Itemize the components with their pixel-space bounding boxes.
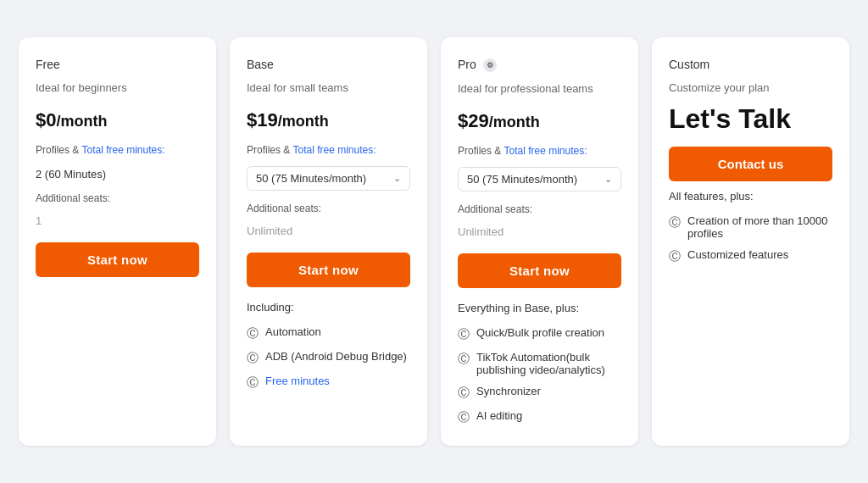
plan-name-custom: Custom — [669, 58, 832, 71]
plan-card-base: Base Ideal for small teams $19/month Pro… — [230, 37, 427, 446]
feature-text: Customized features — [687, 248, 788, 261]
plan-card-custom: Custom Customize your plan Let's Talk Co… — [652, 37, 849, 446]
feature-text: Quick/Bulk profile creation — [476, 326, 604, 339]
plan-card-free: Free Ideal for beginners $0/month Profil… — [19, 37, 216, 446]
pro-badge-icon: ⚙ — [483, 58, 497, 72]
check-circle-icon: Ⓒ — [247, 351, 259, 366]
free-minutes-link[interactable]: Free minutes — [265, 375, 330, 387]
plan-tagline-custom: Customize your plan — [669, 81, 832, 94]
plan-tagline-base: Ideal for small teams — [247, 81, 410, 94]
feature-text: AI editing — [476, 409, 522, 422]
all-features-label: All features, plus: — [669, 190, 832, 203]
start-now-button-base[interactable]: Start now — [247, 253, 410, 287]
plan-card-pro: Pro ⚙ Ideal for professional teams $29/m… — [441, 37, 638, 446]
list-item: Ⓒ Free minutes — [247, 375, 410, 391]
pricing-grid: Free Ideal for beginners $0/month Profil… — [19, 37, 849, 446]
plan-tagline-pro: Ideal for professional teams — [458, 82, 621, 95]
check-circle-icon: Ⓒ — [458, 327, 470, 342]
start-now-button-pro[interactable]: Start now — [458, 253, 621, 288]
check-circle-icon: Ⓒ — [458, 410, 470, 425]
feature-text: ADB (Android Debug Bridge) — [265, 350, 407, 363]
profiles-label-pro: Profiles & Total free minutes: — [458, 145, 621, 157]
check-circle-icon: Ⓒ — [458, 352, 470, 367]
including-label-pro: Everything in Base, plus: — [458, 302, 621, 314]
check-circle-icon: Ⓒ — [247, 375, 259, 391]
profiles-dropdown-pro[interactable]: 50 (75 Minutes/month) ⌄ — [458, 167, 621, 192]
list-item: Ⓒ Quick/Bulk profile creation — [458, 326, 621, 342]
list-item: Ⓒ Customized features — [669, 248, 832, 264]
features-list-pro: Ⓒ Quick/Bulk profile creation Ⓒ TikTok A… — [458, 326, 621, 425]
profiles-label-free: Profiles & Total free minutes: — [36, 144, 199, 156]
chevron-down-icon: ⌄ — [393, 173, 401, 184]
including-label-base: Including: — [247, 301, 410, 314]
list-item: Ⓒ TikTok Automation(bulk publishing vide… — [458, 351, 621, 376]
seats-value-base: Unlimited — [247, 225, 410, 237]
plan-price-pro: $29/month — [458, 107, 621, 133]
check-circle-icon: Ⓒ — [247, 326, 259, 341]
feature-text: Creation of more than 10000 profiles — [687, 214, 832, 240]
seats-value-pro: Unlimited — [458, 225, 621, 238]
profiles-dropdown-base[interactable]: 50 (75 Minutes/month) ⌄ — [247, 166, 410, 191]
feature-text: Automation — [265, 325, 321, 338]
seats-label-free: Additional seats: — [36, 192, 199, 204]
plan-price-free: $0/month — [36, 106, 199, 132]
profiles-label-base: Profiles & Total free minutes: — [247, 144, 410, 156]
seats-value-free: 1 — [36, 214, 199, 227]
features-list-custom: Ⓒ Creation of more than 10000 profiles Ⓒ… — [669, 214, 832, 264]
check-circle-icon: Ⓒ — [669, 215, 681, 230]
lets-talk-heading: Let's Talk — [669, 103, 832, 135]
list-item: Ⓒ Synchronizer — [458, 385, 621, 401]
list-item: Ⓒ ADB (Android Debug Bridge) — [247, 350, 410, 366]
plan-name-pro: Pro ⚙ — [458, 58, 621, 72]
feature-text: Synchronizer — [476, 385, 541, 397]
seats-label-base: Additional seats: — [247, 203, 410, 214]
profiles-value-free: 2 (60 Minutes) — [36, 168, 199, 180]
plan-tagline-free: Ideal for beginners — [36, 81, 199, 94]
chevron-down-icon: ⌄ — [604, 174, 612, 185]
start-now-button-free[interactable]: Start now — [36, 242, 199, 277]
list-item: Ⓒ Creation of more than 10000 profiles — [669, 214, 832, 240]
check-circle-icon: Ⓒ — [458, 386, 470, 401]
list-item: Ⓒ Automation — [247, 325, 410, 341]
plan-name-free: Free — [36, 58, 199, 71]
plan-price-base: $19/month — [247, 106, 410, 132]
list-item: Ⓒ AI editing — [458, 409, 621, 425]
seats-label-pro: Additional seats: — [458, 203, 621, 215]
contact-us-button[interactable]: Contact us — [669, 147, 832, 181]
features-list-base: Ⓒ Automation Ⓒ ADB (Android Debug Bridge… — [247, 325, 410, 391]
check-circle-icon: Ⓒ — [669, 249, 681, 264]
feature-text: TikTok Automation(bulk publishing video/… — [476, 351, 621, 376]
plan-name-base: Base — [247, 58, 410, 71]
